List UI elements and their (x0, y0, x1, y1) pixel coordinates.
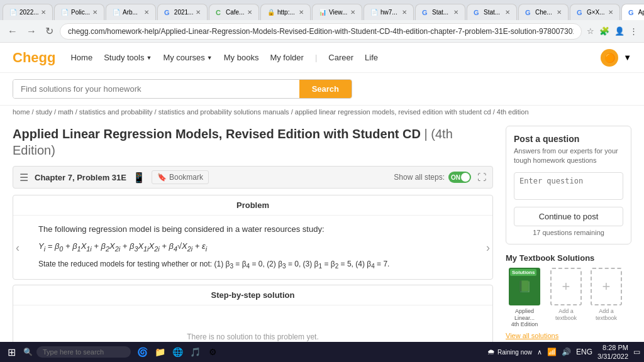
search-button[interactable]: Search (299, 80, 352, 98)
tab-close-10[interactable]: ✕ (505, 9, 510, 16)
tab-8[interactable]: 📄 hw7... ✕ (364, 4, 414, 20)
browser-tabs: 📄 2022... ✕ 📄 Polic... ✕ 📄 Arb... ✕ G 20… (0, 0, 644, 20)
expand-icon[interactable]: ⛶ (477, 172, 486, 182)
tab-label-10: Stat... (484, 9, 500, 16)
tab-13[interactable]: G Apps... ✕ (621, 4, 644, 20)
add-textbook-button-1[interactable]: + Add a textbook (548, 268, 584, 322)
tab-close-1[interactable]: ✕ (41, 9, 46, 16)
nav-study-tools[interactable]: Study tools ▼ (104, 53, 152, 62)
nav-my-courses[interactable]: My courses ▼ (163, 53, 212, 62)
wifi-icon[interactable]: 📶 (547, 348, 557, 356)
problem-state-text: State the reduced models for testing whe… (38, 258, 467, 272)
taskbar-search-input[interactable] (36, 346, 131, 358)
toggle-knob (461, 173, 470, 182)
solution-header: Step-by-step solution (13, 285, 492, 305)
bookmark-star-icon[interactable]: ☆ (586, 25, 596, 37)
profile-icon[interactable]: 👤 (613, 25, 626, 37)
book-cover: Solutions 📗 (509, 268, 540, 305)
start-button[interactable]: ⊞ (4, 344, 19, 361)
nav-life[interactable]: Life (365, 53, 378, 62)
textbook-item[interactable]: Solutions 📗 Applied Linear... 4th Editio… (506, 268, 543, 328)
chegg-logo[interactable]: Chegg (13, 50, 55, 66)
nav-my-folder[interactable]: My folder (270, 53, 303, 62)
textbook-solutions-title: My Textbook Solutions (506, 253, 631, 263)
add-textbook-label-2: Add a textbook (589, 308, 624, 322)
sidebar: Post a question Answers from our experts… (506, 126, 631, 354)
add-textbook-button-2[interactable]: + Add a textbook (589, 268, 624, 322)
content-layout: Applied Linear Regression Models, Revise… (0, 118, 644, 362)
solutions-badge: Solutions (510, 269, 536, 276)
tab-label-4: 2021... (174, 9, 193, 16)
tab-5[interactable]: C Cafe... ✕ (209, 4, 259, 20)
tab-6[interactable]: 🔒 http:... ✕ (260, 4, 311, 20)
extension-icon[interactable]: 🧩 (598, 25, 611, 37)
tab-close-7[interactable]: ✕ (350, 9, 355, 16)
address-input[interactable] (60, 23, 582, 40)
problem-nav-bar: ☰ Chapter 7, Problem 31E 📱 🔖 Bookmark Sh… (13, 166, 493, 189)
tab-12[interactable]: G G×X... ✕ (570, 4, 620, 20)
taskbar-app-icon[interactable]: ⚙ (205, 344, 220, 359)
forward-button[interactable]: → (24, 23, 39, 40)
taskbar-chrome-icon[interactable]: 🌐 (170, 344, 185, 359)
book-cover-icon: 📗 (518, 280, 531, 293)
tab-9[interactable]: G Stat... ✕ (415, 4, 465, 20)
tab-close-9[interactable]: ✕ (453, 9, 458, 16)
tab-close-11[interactable]: ✕ (557, 9, 562, 16)
nav-home[interactable]: Home (70, 53, 92, 62)
continue-to-post-button[interactable]: Continue to post (514, 207, 623, 226)
tab-1[interactable]: 📄 2022... ✕ (3, 4, 53, 20)
tab-close-4[interactable]: ✕ (196, 9, 201, 16)
taskbar-spotify-icon[interactable]: 🎵 (187, 344, 203, 359)
search-input[interactable] (13, 80, 299, 98)
problem-box: Problem ‹ The following regression model… (13, 195, 493, 280)
nav-my-books[interactable]: My books (224, 53, 259, 62)
tab-11[interactable]: G Che... ✕ (518, 4, 569, 20)
tab-2[interactable]: 📄 Polic... ✕ (54, 4, 104, 20)
tab-close-12[interactable]: ✕ (608, 9, 613, 16)
language-label: ENG (576, 348, 592, 356)
tab-close-2[interactable]: ✕ (92, 9, 97, 16)
breadcrumb: home / study / math / statistics and pro… (0, 106, 644, 118)
problem-prev-arrow[interactable]: ‹ (16, 238, 19, 256)
view-all-solutions-link[interactable]: View all solutions (506, 332, 631, 339)
search-icon: 🔍 (19, 348, 36, 356)
tab-label-2: Polic... (71, 9, 90, 16)
tab-label-1: 2022... (19, 9, 38, 16)
tab-label-8: hw7... (380, 9, 397, 16)
bookmark-button[interactable]: 🔖 Bookmark (152, 170, 209, 184)
clock[interactable]: 8:28 PM 3/31/2022 (597, 343, 628, 361)
taskbar-cortana-icon[interactable]: 🌀 (135, 344, 150, 359)
taskbar: ⊞ 🔍 🌀 📁 🌐 🎵 ⚙ 🌧 Raining now ∧ 📶 🔊 ENG 8:… (0, 342, 644, 362)
tab-label-6: http:... (277, 9, 295, 16)
network-icon[interactable]: 🌧 (487, 348, 495, 356)
tab-close-3[interactable]: ✕ (144, 9, 149, 16)
back-button[interactable]: ← (5, 23, 20, 40)
list-view-icon[interactable]: ☰ (19, 172, 28, 184)
menu-icon[interactable]: ⋮ (628, 25, 639, 37)
problem-label: Chapter 7, Problem 31E (35, 173, 126, 182)
tab-3[interactable]: 📄 Arb... ✕ (106, 4, 156, 20)
tab-close-5[interactable]: ✕ (247, 9, 252, 16)
tab-close-8[interactable]: ✕ (402, 9, 407, 16)
site-header: Chegg Home Study tools ▼ My courses ▼ My… (0, 43, 644, 73)
question-input[interactable] (514, 172, 623, 200)
book-title: Applied Linear Regression Models, Revise… (13, 126, 493, 158)
nav-career[interactable]: Career (328, 53, 353, 62)
taskbar-up-arrow[interactable]: ∧ (537, 348, 542, 356)
tab-close-6[interactable]: ✕ (299, 9, 304, 16)
mobile-preview-icon[interactable]: 📱 (133, 172, 145, 184)
show-desktop-icon[interactable]: ▭ (633, 348, 640, 356)
post-question-title: Post a question (514, 134, 623, 144)
problem-content-area: ‹ The following regression model is bein… (13, 216, 492, 279)
add-textbook-label-1: Add a textbook (548, 308, 584, 322)
problem-next-arrow[interactable]: › (486, 238, 490, 256)
avatar-chevron-icon[interactable]: ▼ (623, 53, 631, 62)
tab-10[interactable]: G Stat... ✕ (467, 4, 517, 20)
taskbar-explorer-icon[interactable]: 📁 (152, 344, 167, 359)
tab-7[interactable]: 📊 View... ✕ (312, 4, 362, 20)
volume-icon[interactable]: 🔊 (562, 348, 571, 356)
tab-4[interactable]: G 2021... ✕ (157, 4, 208, 20)
reload-button[interactable]: ↻ (43, 23, 56, 40)
user-avatar[interactable]: 🟠 (601, 49, 618, 67)
show-steps-toggle[interactable]: ON (448, 172, 471, 183)
